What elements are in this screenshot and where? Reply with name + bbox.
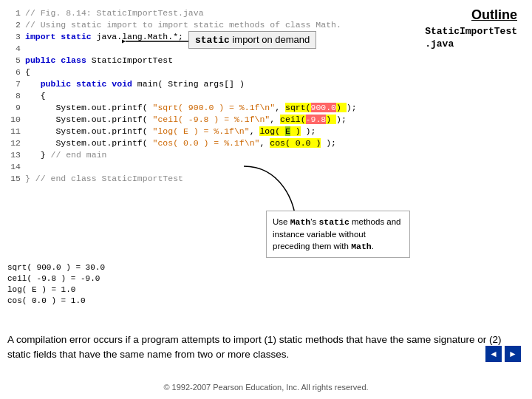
code-line-13: 13 } // end main [7, 149, 392, 161]
line-num-7: 7 [7, 78, 21, 90]
line-num-13: 13 [7, 149, 21, 161]
code-line-8: 8 { [7, 90, 392, 102]
callout-static-keyword: static [195, 35, 230, 46]
page: Outline StaticImportTest .java 1 // Fig.… [0, 0, 532, 399]
line-9-text: System.out.printf( "sqrt( 900.0 ) = %.1f… [25, 102, 357, 114]
line-12-text: System.out.printf( "cos( 0.0 ) = %.1f\n"… [25, 137, 336, 149]
code-line-6: 6 { [7, 66, 392, 78]
line-7-text: public static void main( String args[] ) [25, 78, 245, 90]
code-line-10: 10 System.out.printf( "ceil( -9.8 ) = %.… [7, 114, 392, 126]
code-line-12: 12 System.out.printf( "cos( 0.0 ) = %.1f… [7, 137, 392, 149]
callout-static: static import on demand [188, 31, 316, 49]
code-line-5: 5 public class StaticImportTest [7, 55, 392, 66]
nav-next-button[interactable]: ► [505, 346, 521, 362]
line-num-6: 6 [7, 66, 21, 78]
console-output: sqrt( 900.0 ) = 30.0 ceil( -9.8 ) = -9.0… [7, 262, 105, 307]
line-5-text: public class StaticImportTest [25, 55, 173, 66]
line-num-9: 9 [7, 102, 21, 114]
line-11-text: System.out.printf( "log( E ) = %.1f\n", … [25, 126, 316, 137]
line-num-1: 1 [7, 7, 21, 19]
line-8-text: { [25, 90, 46, 102]
outline-class-name: StaticImportTest [425, 26, 517, 37]
nav-arrows: ◄ ► [485, 346, 521, 362]
console-line-4: cos( 0.0 ) = 1.0 [7, 296, 105, 307]
outline-extension: .java [425, 38, 517, 50]
line-13-text: } // end main [25, 149, 106, 161]
code-line-2: 2 // Using static import to import stati… [7, 19, 392, 31]
line-num-10: 10 [7, 114, 21, 126]
line-4-text [25, 43, 30, 55]
line-15-text: } // end class StaticImportTest [25, 173, 183, 185]
line-num-3: 3 [7, 31, 21, 43]
line-num-14: 14 [7, 161, 21, 173]
line-num-4: 4 [7, 43, 21, 55]
line-num-11: 11 [7, 126, 21, 137]
callout-math-text: Use Math's static methods and instance v… [273, 217, 401, 250]
line-2-text: // Using static import to import static … [25, 19, 341, 31]
line-num-12: 12 [7, 137, 21, 149]
description-text: A compilation error occurs if a program … [7, 332, 525, 362]
code-line-9: 9 System.out.printf( "sqrt( 900.0 ) = %.… [7, 102, 392, 114]
callout-static-text: import on demand [230, 34, 310, 45]
console-line-1: sqrt( 900.0 ) = 30.0 [7, 262, 105, 273]
line-1-text: // Fig. 8.14: StaticImportTest.java [25, 7, 204, 19]
code-line-15: 15 } // end class StaticImportTest [7, 173, 392, 185]
line-10-text: System.out.printf( "ceil( -9.8 ) = %.1f\… [25, 114, 347, 126]
outline-panel: StaticImportTest .java [425, 26, 517, 50]
outline-title: Outline [471, 7, 517, 23]
code-line-11: 11 System.out.printf( "log( E ) = %.1f\n… [7, 126, 392, 137]
code-line-14: 14 [7, 161, 392, 173]
line-num-15: 15 [7, 173, 21, 185]
console-line-2: ceil( -9.8 ) = -9.0 [7, 273, 105, 284]
code-line-7: 7 public static void main( String args[]… [7, 78, 392, 90]
callout-math: Use Math's static methods and instance v… [266, 211, 410, 258]
copyright-text: © 1992-2007 Pearson Education, Inc. All … [0, 383, 532, 392]
line-num-5: 5 [7, 55, 21, 66]
line-num-8: 8 [7, 90, 21, 102]
console-line-3: log( E ) = 1.0 [7, 284, 105, 296]
line-14-text [25, 161, 30, 173]
code-line-1: 1 // Fig. 8.14: StaticImportTest.java [7, 7, 392, 19]
nav-prev-button[interactable]: ◄ [485, 346, 502, 362]
line-6-text: { [25, 66, 30, 78]
line-num-2: 2 [7, 19, 21, 31]
